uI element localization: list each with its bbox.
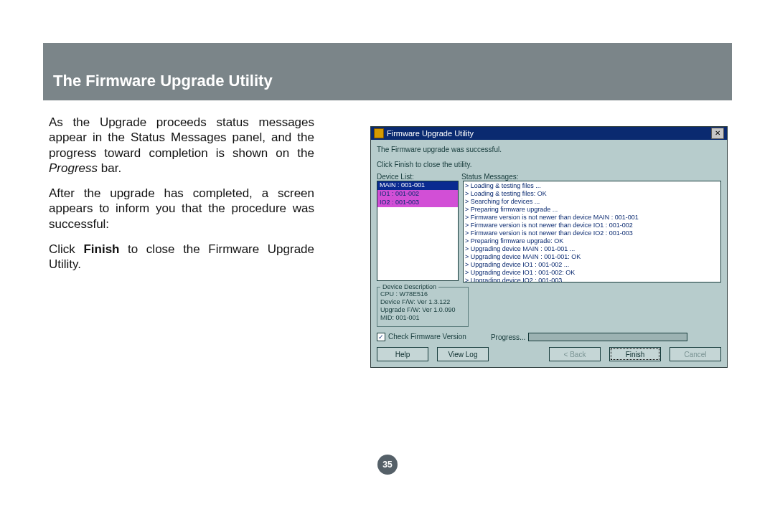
close-button[interactable]: ✕	[711, 128, 724, 139]
firmware-dialog: Firmware Upgrade Utility ✕ The Firmware …	[370, 126, 728, 368]
cancel-button: Cancel	[670, 347, 721, 361]
p1-text-c: bar.	[98, 161, 121, 175]
status-line: > Searching for devices ...	[465, 198, 719, 206]
status-line: > Firmware version is not newer than dev…	[465, 214, 719, 222]
p1-text-a: As the Upgrade proceeds status messages …	[49, 115, 314, 160]
paragraph-1: As the Upgrade proceeds status messages …	[49, 115, 314, 176]
device-item-io2[interactable]: IO2 : 001-003	[377, 199, 458, 207]
check-firmware-label: Check Firmware Version	[388, 333, 466, 341]
desc-upgrade-fw: Upgrade F/W: Ver 1.0.090	[380, 306, 465, 314]
status-line: > Preparing firmware upgrade: OK	[465, 237, 719, 245]
paragraph-3: Click Finish to close the Firmware Upgra…	[49, 242, 314, 272]
view-log-button[interactable]: View Log	[437, 347, 489, 361]
status-messages-list[interactable]: > Loading & testing files ... > Loading …	[463, 181, 721, 282]
status-line: > Upgrading device MAIN : 001-001 ...	[465, 245, 719, 253]
status-messages-label: Status Messages:	[461, 173, 721, 181]
device-description-group: Device Description CPU : W78E516 Device …	[377, 287, 469, 327]
help-button[interactable]: Help	[377, 347, 428, 361]
paragraph-2: After the upgrade has completed, a scree…	[49, 186, 314, 232]
p1-progress-word: Progress	[49, 161, 98, 175]
app-icon	[374, 128, 384, 138]
check-firmware-checkbox[interactable]: Check Firmware Version	[377, 333, 466, 341]
instruction-text: Click Finish to close the utility.	[377, 161, 721, 168]
status-line: > Upgrading device MAIN : 001-001: OK	[465, 253, 719, 261]
success-message: The Firmware upgrade was successful.	[377, 146, 721, 153]
device-item-main[interactable]: MAIN : 001-001	[377, 181, 458, 190]
device-description-legend: Device Description	[380, 283, 438, 291]
status-line: > Upgrading device IO1 : 001-002 ...	[465, 261, 719, 269]
status-line: > Firmware version is not newer than dev…	[465, 229, 719, 237]
page-number-badge: 35	[377, 455, 398, 475]
back-button: < Back	[549, 347, 601, 361]
status-line: > Preparing firmware upgrade ...	[465, 206, 719, 214]
finish-button[interactable]: Finish	[609, 347, 661, 361]
status-line: > Firmware version is not newer than dev…	[465, 222, 719, 229]
status-line: > Loading & testing files ...	[465, 182, 719, 190]
progress-bar	[528, 333, 687, 341]
device-item-io1[interactable]: IO1 : 001-002	[377, 190, 458, 199]
status-line: > Loading & testing files: OK	[465, 190, 719, 198]
p3-finish-word: Finish	[83, 242, 119, 256]
status-line: > Upgrading device IO2 : 001-003 ...	[465, 277, 719, 282]
body-text-column: As the Upgrade proceeds status messages …	[49, 115, 314, 282]
desc-mid: MID: 001-001	[380, 314, 465, 322]
dialog-titlebar: Firmware Upgrade Utility ✕	[371, 127, 727, 140]
dialog-title: Firmware Upgrade Utility	[387, 129, 474, 138]
progress-label: Progress...	[491, 333, 525, 341]
desc-cpu: CPU : W78E516	[380, 290, 465, 298]
desc-device-fw: Device F/W: Ver 1.3.122	[380, 298, 465, 306]
status-line: > Upgrading device IO1 : 001-002: OK	[465, 269, 719, 277]
device-list[interactable]: MAIN : 001-001 IO1 : 001-002 IO2 : 001-0…	[377, 181, 459, 281]
device-list-label: Device List:	[377, 173, 461, 181]
p3-text-a: Click	[49, 242, 83, 256]
page-heading: The Firmware Upgrade Utility	[53, 72, 273, 90]
